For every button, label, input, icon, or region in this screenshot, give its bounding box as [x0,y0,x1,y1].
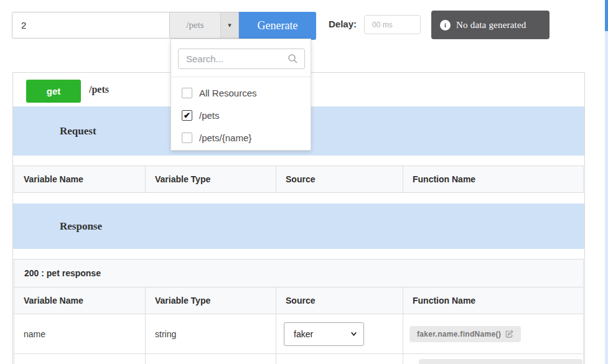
delay-input[interactable] [364,15,421,34]
column-header: Variable Name [14,166,146,192]
scrollbar-thumb[interactable] [605,0,608,31]
response-section-header[interactable]: Response [13,203,584,249]
column-header: Function Name [403,166,583,192]
source-cell: faker [276,314,403,353]
response-section-title: Response [60,220,102,233]
checkbox-pets-name[interactable]: ✔ [182,133,192,143]
endpoint-path: /pets [89,84,109,95]
function-name-cell [403,354,583,364]
method-get-chip[interactable]: get [26,80,81,103]
resource-option-label: /pets [199,110,220,121]
column-header: Function Name [403,287,583,314]
variable-type-cell: string [146,314,276,353]
generate-count-input[interactable] [12,12,170,39]
response-status-row[interactable]: 200 : pet response [14,259,584,287]
source-cell [276,354,403,364]
generate-button[interactable]: Generate [239,12,316,40]
column-header: Source [276,287,403,314]
response-status-text: 200 : pet response [14,268,101,278]
variable-name-cell: name [14,314,146,353]
table-row [14,353,584,364]
checkbox-all-resources[interactable]: ✔ [182,88,192,98]
variable-name-cell [14,354,146,364]
request-section-title: Request [60,125,96,138]
column-header: Variable Type [146,287,276,314]
request-table-header: Variable Name Variable Type Source Funct… [14,166,584,193]
variable-type-cell [146,354,276,364]
info-icon: i [440,20,451,30]
resource-option-pets[interactable]: ✔ /pets [171,104,311,126]
source-select-value: faker [294,329,349,339]
function-name-badge[interactable] [419,359,582,364]
column-header: Variable Name [14,287,146,314]
resource-dropdown-label: /pets [170,12,220,38]
resource-dropdown-button[interactable]: /pets ▾ [170,12,239,39]
resource-option-all[interactable]: ✔ All Resources [171,82,311,104]
edit-icon[interactable] [505,330,513,338]
column-header: Variable Type [146,166,276,192]
status-badge-text: No data generated [456,20,526,30]
column-header: Source [276,166,403,192]
chevron-down-icon [349,329,358,338]
search-icon [288,54,298,64]
table-row: name string faker faker.name.findName() [14,314,584,354]
resource-option-pets-name[interactable]: ✔ /pets/{name} [171,126,311,149]
function-name-cell: faker.name.findName() [403,314,583,353]
chevron-down-icon[interactable]: ▾ [220,12,238,38]
response-table-header: Variable Name Variable Type Source Funct… [14,287,584,314]
checkbox-pets[interactable]: ✔ [182,110,192,121]
search-input[interactable] [178,49,305,69]
resource-option-label: All Resources [199,88,257,98]
resource-option-label: /pets/{name} [199,133,251,143]
resource-dropdown-menu: ✔ All Resources ✔ /pets ✔ /pets/{name} [171,39,311,151]
function-name-badge[interactable]: faker.name.findName() [409,326,521,342]
delay-label: Delay: [329,19,357,29]
scrollbar-track[interactable] [605,0,608,364]
source-select[interactable]: faker [284,322,364,346]
function-name-text: faker.name.findName() [417,330,501,338]
status-badge: i No data generated [431,11,550,39]
